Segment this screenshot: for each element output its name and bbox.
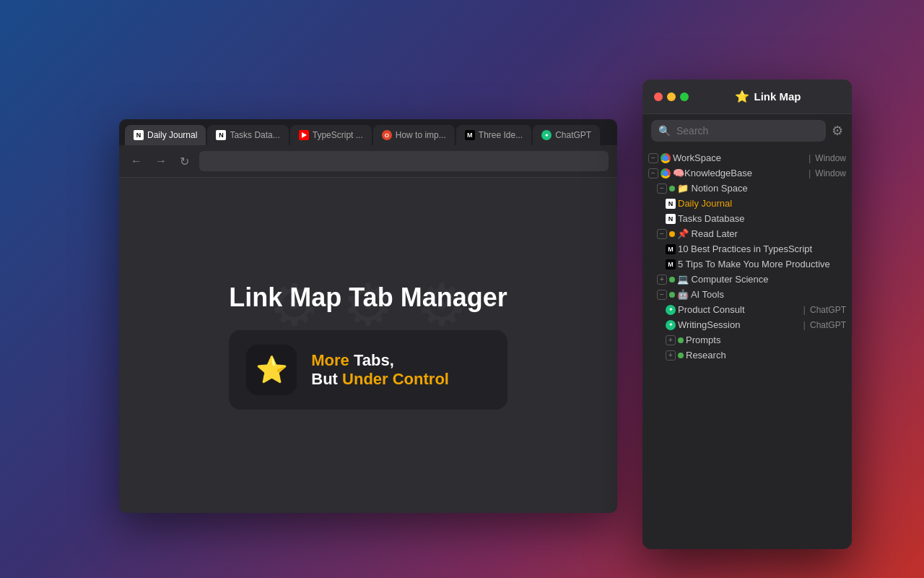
item-label: 📌 Read Later <box>677 228 846 239</box>
tab-label: TypeScript ... <box>313 130 363 140</box>
active-dot <box>669 186 675 191</box>
tree-item-read-later[interactable]: − 📌 Read Later <box>642 226 852 241</box>
item-label: Tasks Database <box>678 213 846 224</box>
expand-icon[interactable]: + <box>666 335 676 345</box>
tab-bar: N Daily Journal N Tasks Data... TypeScri… <box>119 119 617 145</box>
item-label: Daily Journal <box>678 198 846 209</box>
tab-tasks-data[interactable]: N Tasks Data... <box>207 125 288 145</box>
tree-item-research[interactable]: + Research <box>642 348 852 363</box>
tab-label: Daily Journal <box>147 130 197 140</box>
item-label: 📁 Notion Space <box>677 183 846 194</box>
collapse-icon[interactable]: − <box>657 229 667 239</box>
item-label: Product Consult <box>678 304 799 315</box>
linkmap-panel: ⭐ Link Map 🔍 ⚙ − WorkSpace | Window − 🧠K… <box>642 79 852 549</box>
youtube-icon <box>299 130 309 140</box>
tab-typescript[interactable]: TypeScript ... <box>290 125 372 145</box>
reload-button[interactable]: ↻ <box>177 153 192 170</box>
window-label: Window <box>815 153 846 163</box>
item-label: WritingSession <box>678 319 799 330</box>
minimize-button[interactable] <box>667 92 676 101</box>
search-bar: 🔍 <box>651 120 826 142</box>
separator: | <box>803 319 806 330</box>
tab-three-ide[interactable]: M Three Ide... <box>456 125 531 145</box>
active-dot <box>669 292 675 298</box>
window-label: ChatGPT <box>810 320 846 330</box>
tree-item-ai-tools[interactable]: − 🤖 AI Tools <box>642 287 852 302</box>
active-dot <box>678 337 684 343</box>
chrome-icon <box>661 168 671 178</box>
star-icon: ⭐ <box>735 90 749 103</box>
search-row: 🔍 ⚙ <box>642 114 852 147</box>
maximize-button[interactable] <box>680 92 689 101</box>
expand-icon[interactable]: + <box>657 275 667 285</box>
opera-icon: O <box>382 130 392 140</box>
tab-how-to[interactable]: O How to imp... <box>373 125 455 145</box>
forward-button[interactable]: → <box>152 153 170 169</box>
tree-item-notion-space[interactable]: − 📁 Notion Space <box>642 181 852 196</box>
active-dot <box>669 277 675 282</box>
chatgpt-icon: ✦ <box>541 130 552 140</box>
url-input[interactable] <box>199 151 609 171</box>
tree-item-tasks-database[interactable]: N Tasks Database <box>642 211 852 226</box>
item-label: 🧠KnowledgeBase <box>673 168 804 178</box>
item-label: 10 Best Practices in TypesScript <box>678 243 846 254</box>
medium-icon: M <box>465 130 475 140</box>
hero-title: Link Map Tab Manager <box>229 282 507 313</box>
tab-label: ChatGPT <box>555 130 591 140</box>
expand-icon[interactable]: + <box>666 350 676 361</box>
tree-item-knowledgebase[interactable]: − 🧠KnowledgeBase | Window <box>642 165 852 181</box>
notion-icon: N <box>666 199 676 209</box>
tab-label: Tasks Data... <box>230 130 279 140</box>
back-button[interactable]: ← <box>128 153 145 169</box>
traffic-lights <box>654 92 689 101</box>
highlight-more: More <box>311 351 349 369</box>
active-dot <box>678 353 684 358</box>
separator: | <box>803 304 806 315</box>
notion-icon: N <box>134 130 144 140</box>
active-dot <box>669 231 675 237</box>
tree-item-best-practices[interactable]: M 10 Best Practices in TypesScript <box>642 241 852 256</box>
hero-text: More Tabs, But Under Control <box>311 351 449 389</box>
tree: − WorkSpace | Window − 🧠KnowledgeBase | … <box>642 147 852 549</box>
hero-line1: More Tabs, <box>311 351 449 370</box>
hero-line2: But Under Control <box>311 370 449 389</box>
medium-icon: M <box>666 244 676 254</box>
separator: | <box>808 152 811 163</box>
medium-icon: M <box>666 259 676 269</box>
tree-item-daily-journal[interactable]: N Daily Journal <box>642 196 852 211</box>
tree-item-workspace[interactable]: − WorkSpace | Window <box>642 150 852 165</box>
search-icon: 🔍 <box>658 125 671 137</box>
tree-item-prompts[interactable]: + Prompts <box>642 332 852 348</box>
collapse-icon[interactable]: − <box>657 290 667 300</box>
item-label: Prompts <box>686 335 846 345</box>
close-button[interactable] <box>654 92 663 101</box>
item-label: 5 Tips To Make You More Productive <box>678 259 846 269</box>
collapse-icon[interactable]: − <box>657 184 667 194</box>
tree-item-writing-session[interactable]: ✦ WritingSession | ChatGPT <box>642 317 852 332</box>
nav-bar: ← → ↻ <box>119 145 617 178</box>
tab-chatgpt[interactable]: ✦ ChatGPT <box>533 125 600 145</box>
panel-title-text: Link Map <box>754 90 801 103</box>
collapse-icon[interactable]: − <box>648 153 658 163</box>
browser-window: N Daily Journal N Tasks Data... TypeScri… <box>119 119 617 513</box>
settings-button[interactable]: ⚙ <box>832 123 843 139</box>
notion-icon: N <box>666 214 676 224</box>
search-input[interactable] <box>676 125 819 137</box>
notion-icon: N <box>216 130 226 140</box>
separator: | <box>808 168 811 178</box>
window-label: ChatGPT <box>810 305 846 315</box>
hero-card: ⭐ More Tabs, But Under Control <box>229 330 507 410</box>
tab-daily-journal[interactable]: N Daily Journal <box>125 125 206 145</box>
tab-label: Three Ide... <box>479 130 523 140</box>
star-icon: ⭐ <box>246 345 297 395</box>
tree-item-five-tips[interactable]: M 5 Tips To Make You More Productive <box>642 256 852 272</box>
collapse-icon[interactable]: − <box>648 168 658 178</box>
item-label: Research <box>686 350 846 361</box>
tree-item-computer-science[interactable]: + 💻 Computer Science <box>642 272 852 287</box>
item-label: 💻 Computer Science <box>677 274 846 285</box>
tree-item-product-consult[interactable]: ✦ Product Consult | ChatGPT <box>642 302 852 317</box>
panel-title: ⭐ Link Map <box>735 90 801 103</box>
hero-content: Link Map Tab Manager ⭐ More Tabs, But Un… <box>229 282 507 410</box>
browser-content: ⚙ ⚙ ⚙ ⚙ ⚙ ⚙ Link Map Tab Manager ⭐ More … <box>119 178 617 513</box>
item-label: WorkSpace <box>673 152 804 163</box>
